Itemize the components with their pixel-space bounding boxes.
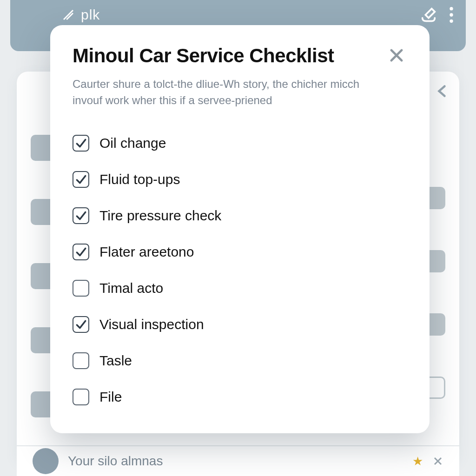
bottom-bar: Your silo almnas ★ (17, 445, 459, 476)
svg-point-1 (450, 13, 453, 16)
bottom-close-icon[interactable] (432, 456, 443, 467)
checkbox[interactable] (73, 280, 89, 297)
checklist-label: Visual inspection (99, 317, 204, 332)
checklist-label: Oil change (99, 135, 166, 151)
checklist: Oil changeFluid top-upsTire pressure che… (73, 135, 407, 405)
checklist-label: File (99, 389, 122, 405)
close-icon[interactable] (386, 45, 407, 66)
star-icon[interactable]: ★ (412, 454, 423, 469)
checklist-modal: Minoul Car Service Checklist Caurter shu… (50, 25, 430, 433)
modal-subtitle: Caurter shure a tolct-the dliue-Wh story… (73, 76, 379, 109)
modal-title: Minoul Car Service Checklist (73, 45, 334, 67)
checklist-item: Visual inspection (73, 316, 407, 333)
svg-point-2 (450, 20, 453, 23)
checklist-label: Tire pressure check (99, 208, 221, 224)
checklist-item: Fluid top-ups (73, 171, 407, 188)
more-icon[interactable] (449, 6, 454, 24)
checkbox[interactable] (73, 244, 89, 260)
bottom-text: Your silo almnas (68, 454, 403, 469)
checklist-item: Timal acto (73, 280, 407, 297)
checklist-label: Flater areetono (99, 244, 194, 260)
panel-close-icon[interactable] (434, 83, 451, 99)
brand-text: plk (81, 7, 100, 23)
checkbox[interactable] (73, 389, 89, 405)
checklist-label: Tasle (99, 353, 132, 369)
checklist-item: File (73, 389, 407, 405)
checkbox[interactable] (73, 171, 89, 188)
checkbox[interactable] (73, 316, 89, 333)
spark-icon (61, 8, 75, 22)
checklist-item: Tire pressure check (73, 207, 407, 224)
checkbox[interactable] (73, 207, 89, 224)
checkbox[interactable] (73, 135, 89, 152)
checklist-item: Tasle (73, 352, 407, 369)
checklist-item: Oil change (73, 135, 407, 152)
checklist-item: Flater areetono (73, 244, 407, 260)
edit-icon[interactable] (419, 6, 438, 24)
svg-point-0 (450, 7, 453, 10)
checklist-label: Fluid top-ups (99, 172, 180, 187)
checkbox[interactable] (73, 352, 89, 369)
avatar[interactable] (33, 448, 59, 474)
checklist-label: Timal acto (99, 280, 163, 296)
